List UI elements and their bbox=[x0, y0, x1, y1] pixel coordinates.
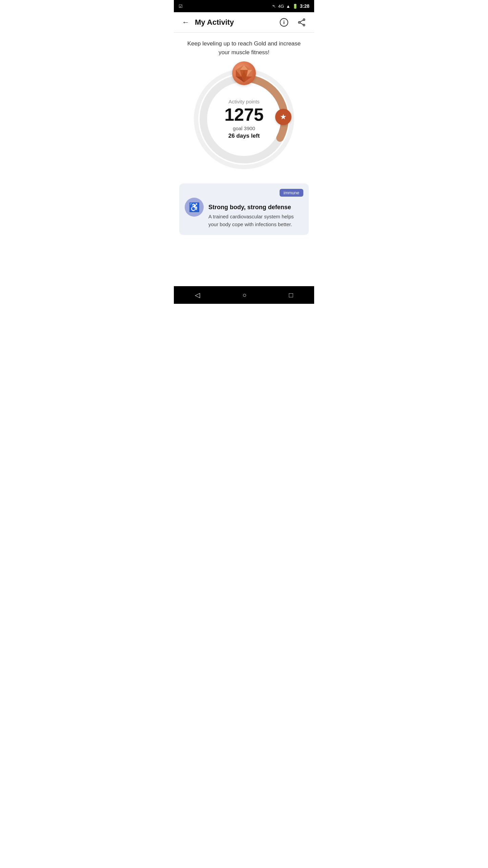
star-icon: ★ bbox=[280, 113, 287, 121]
svg-point-4 bbox=[299, 21, 300, 23]
status-bar-left: ☑ bbox=[179, 4, 183, 9]
share-icon bbox=[297, 18, 306, 27]
nav-home-button[interactable]: ○ bbox=[236, 289, 253, 302]
nav-home-icon: ○ bbox=[242, 291, 246, 299]
svg-text:i: i bbox=[283, 20, 285, 25]
bottom-nav: ◁ ○ □ bbox=[174, 286, 314, 304]
card-title: Strong body, strong defense bbox=[208, 204, 303, 211]
svg-point-2 bbox=[303, 19, 305, 20]
gem-badge bbox=[232, 61, 256, 85]
clipboard-icon: ☑ bbox=[179, 4, 183, 9]
main-content: Keep leveling up to reach Gold and incre… bbox=[174, 33, 314, 286]
promo-text: Keep leveling up to reach Gold and incre… bbox=[179, 39, 309, 57]
bluetooth-icon: ⯲ bbox=[272, 4, 276, 9]
svg-line-6 bbox=[300, 23, 303, 25]
page-title: My Activity bbox=[195, 18, 277, 27]
info-card: immune ♿ Strong body, strong defense A t… bbox=[179, 183, 309, 235]
signal-icon: ▲ bbox=[286, 4, 290, 9]
share-button[interactable] bbox=[294, 15, 309, 29]
battery-icon: 🔋 bbox=[292, 4, 298, 9]
info-icon: i bbox=[280, 18, 288, 27]
nav-recents-icon: □ bbox=[289, 291, 293, 299]
card-badge: immune bbox=[280, 189, 303, 197]
back-button[interactable]: ← bbox=[179, 15, 192, 29]
info-button[interactable]: i bbox=[277, 15, 291, 29]
app-bar-actions: i bbox=[277, 15, 309, 29]
back-arrow-icon: ← bbox=[182, 18, 189, 27]
person-accessibility-icon: ♿ bbox=[189, 202, 200, 213]
card-description: A trained cardiovascular system helps yo… bbox=[208, 213, 303, 228]
network-icon: 4G bbox=[278, 4, 284, 9]
star-badge: ★ bbox=[275, 109, 291, 125]
activity-ring-container: Activity points 1275 goal 3900 26 days l… bbox=[190, 65, 298, 173]
svg-point-3 bbox=[303, 24, 305, 26]
status-time: 3:28 bbox=[300, 3, 309, 9]
nav-back-icon: ◁ bbox=[195, 291, 200, 299]
nav-recents-button[interactable]: □ bbox=[282, 289, 300, 302]
svg-line-5 bbox=[300, 20, 303, 22]
app-bar: ← My Activity i bbox=[174, 12, 314, 33]
status-bar: ☑ ⯲ 4G ▲ 🔋 3:28 bbox=[174, 0, 314, 12]
nav-back-button[interactable]: ◁ bbox=[188, 288, 207, 302]
card-icon-circle: ♿ bbox=[185, 198, 204, 217]
status-bar-right: ⯲ 4G ▲ 🔋 3:28 bbox=[272, 3, 309, 9]
gem-icon bbox=[234, 63, 254, 83]
